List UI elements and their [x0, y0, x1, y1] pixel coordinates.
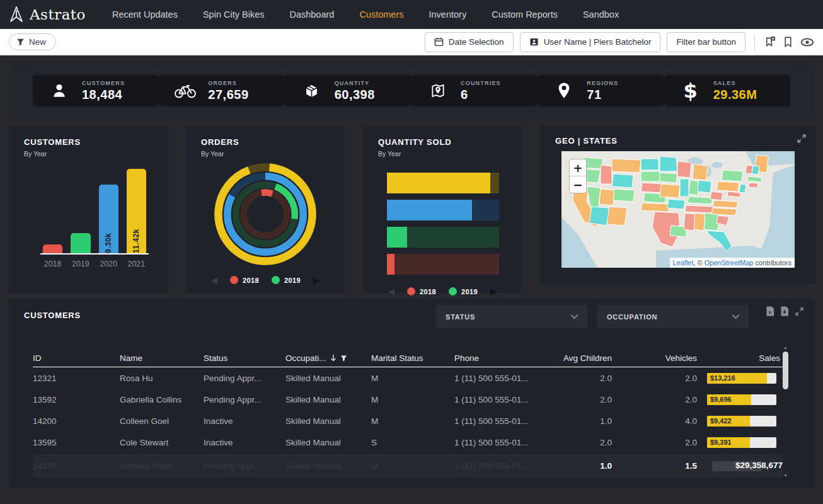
- nav-item-sandbox[interactable]: Sandbox: [570, 0, 631, 29]
- ghost-cell: 14830: [33, 461, 120, 471]
- sort-desc-icon[interactable]: [330, 354, 337, 362]
- cell-avg_children: 2.0: [555, 395, 614, 404]
- bar-2020[interactable]: 9.30k: [99, 185, 118, 253]
- bookmark-add-icon[interactable]: [764, 36, 776, 48]
- kpi-value: 60,398: [335, 88, 375, 102]
- kpi-card-regions: REGIONS 71: [538, 75, 664, 106]
- legend-next-icon[interactable]: ▶: [313, 276, 319, 284]
- cell-avg_children: 1.0: [555, 416, 614, 426]
- legend-item-2018[interactable]: 2018: [230, 276, 259, 284]
- zoom-out-button[interactable]: −: [570, 176, 586, 193]
- cell-avg_children: 2.0: [555, 374, 614, 383]
- leaflet-link[interactable]: Leaflet: [673, 259, 694, 266]
- total-vehicles: 1.5: [614, 461, 699, 471]
- col-header-status[interactable]: Status: [204, 353, 285, 363]
- legend-prev-icon[interactable]: ◀: [388, 287, 394, 295]
- zoom-in-button[interactable]: +: [570, 159, 586, 176]
- kpi-label: ORDERS: [208, 80, 248, 86]
- expand-icon[interactable]: [797, 134, 807, 144]
- legend-item-2019[interactable]: 2019: [449, 287, 478, 295]
- hbar-2019[interactable]: [387, 227, 499, 248]
- cell-vehicles: 4.0: [614, 416, 699, 426]
- astrato-logo[interactable]: Astrato: [9, 6, 86, 23]
- col-header-marital-status[interactable]: Marital Status: [371, 353, 454, 363]
- map-zoom-control: + −: [569, 159, 587, 193]
- ghost-cell: Isabella Ward: [120, 461, 204, 471]
- date-selection-button[interactable]: Date Selection: [425, 32, 514, 52]
- hbar-2018[interactable]: [387, 254, 499, 275]
- legend-item-2018[interactable]: 2018: [407, 287, 436, 295]
- nav-item-inventory[interactable]: Inventory: [417, 0, 480, 29]
- bar-2019[interactable]: [71, 233, 90, 253]
- cell-phone: 1 (11) 500 555-01...: [454, 395, 555, 404]
- customers-bar-chart: 9.30k11.42k: [40, 168, 149, 255]
- sales-bar: $13,216: [707, 373, 776, 384]
- bar-2018[interactable]: [43, 244, 62, 253]
- legend-prev-icon[interactable]: ◀: [211, 276, 217, 284]
- table-row[interactable]: 12321Rosa HuPending Appr...Skilled Manua…: [33, 367, 783, 389]
- kpi-value: 71: [587, 88, 618, 102]
- col-header-phone[interactable]: Phone: [454, 353, 555, 363]
- filter-bar-button[interactable]: Filter bar button: [667, 32, 745, 52]
- col-header-vehicles[interactable]: Vehicles: [614, 353, 699, 363]
- expand-icon[interactable]: [795, 307, 804, 316]
- export-excel-icon[interactable]: x: [766, 306, 774, 316]
- user-name-label: User Name | Piers Batchelor: [544, 37, 652, 47]
- leaflet-map[interactable]: + − Leaflet, © OpenStreetMap contributor…: [561, 151, 795, 268]
- ghost-cell: 1 (11) 500 555-01...: [454, 461, 555, 471]
- table-row[interactable]: 13592Gabriella CollinsPending Appr...Ski…: [33, 389, 783, 410]
- nav-item-customers[interactable]: Customers: [347, 0, 416, 29]
- new-button-label: New: [29, 37, 46, 47]
- col-header-avg-children[interactable]: Avg Children: [555, 353, 614, 363]
- osm-link[interactable]: OpenStreetMap: [705, 259, 754, 266]
- cell-name: Cole Stewart: [120, 438, 204, 447]
- total-sales: $29,358,677: [712, 461, 783, 472]
- nav-item-recent-updates[interactable]: Recent Updates: [100, 0, 190, 29]
- occupation-filter-dropdown[interactable]: OCCUPATION: [597, 305, 749, 328]
- hbar-2021[interactable]: [387, 173, 499, 193]
- col-header-name[interactable]: Name: [120, 353, 204, 363]
- nav-item-custom-reports[interactable]: Custom Reports: [479, 0, 570, 29]
- customers-chart-panel: CUSTOMERS By Year 9.30k11.42k 2018201920…: [9, 126, 168, 293]
- bookmark-icon[interactable]: [782, 36, 794, 48]
- kpi-card-sales: $ SALES 29.36M: [664, 75, 790, 106]
- table-row[interactable]: 14200Colleen GoelInactiveSkilled ManualM…: [33, 410, 783, 432]
- scroll-down-icon[interactable]: ▼: [783, 472, 788, 478]
- bar-2021[interactable]: 11.42k: [127, 169, 146, 253]
- scroll-up-icon[interactable]: ▲: [783, 345, 788, 350]
- sales-bar: $9,696: [707, 394, 776, 405]
- kpi-label: SALES: [713, 80, 757, 86]
- customers-bar-x-axis: 2018201920202021: [40, 260, 149, 268]
- legend-item-2019[interactable]: 2019: [272, 276, 301, 284]
- status-filter-dropdown[interactable]: STATUS: [435, 305, 587, 328]
- user-name-button[interactable]: User Name | Piers Batchelor: [520, 32, 661, 52]
- chart-title: ORDERS: [186, 126, 345, 147]
- export-file-icon[interactable]: [780, 306, 789, 316]
- chart-subtitle: By Year: [9, 147, 168, 158]
- ghost-cell: Skilled Manual: [285, 461, 371, 471]
- kpi-card-quantity: QUANTITY 60,398: [285, 75, 412, 106]
- table-row[interactable]: 13595Cole StewartInactiveSkilled ManualS…: [33, 432, 783, 453]
- col-header-id[interactable]: ID: [33, 353, 120, 363]
- col-header-occupation[interactable]: Occupati...: [285, 353, 371, 363]
- x-tick-label: 2020: [99, 260, 118, 268]
- legend-next-icon[interactable]: ▶: [490, 287, 497, 295]
- nav-item-spin-city-bikes[interactable]: Spin City Bikes: [190, 0, 277, 29]
- scrollbar-thumb[interactable]: [783, 352, 788, 389]
- col-header-sales[interactable]: Sales: [699, 353, 783, 363]
- eye-icon[interactable]: [800, 37, 814, 48]
- kpi-label: REGIONS: [587, 80, 618, 86]
- charts-row: CUSTOMERS By Year 9.30k11.42k 2018201920…: [9, 126, 814, 293]
- nav-item-dashboard[interactable]: Dashboard: [277, 0, 347, 29]
- cell-phone: 1 (11) 500 555-01...: [454, 374, 555, 383]
- legend-dot: [407, 287, 415, 295]
- new-filter-button[interactable]: New: [9, 33, 56, 50]
- filter-funnel-icon[interactable]: [340, 355, 347, 362]
- hbar-2020[interactable]: [387, 200, 499, 220]
- chart-title: CUSTOMERS: [9, 126, 168, 147]
- table-scrollbar[interactable]: ▲ ▼: [782, 345, 789, 478]
- cell-vehicles: 2.0: [614, 438, 699, 447]
- cell-status: Inactive: [204, 416, 285, 426]
- kpi-value: 18,484: [82, 88, 125, 102]
- bar-value-label: 9.30k: [104, 189, 113, 253]
